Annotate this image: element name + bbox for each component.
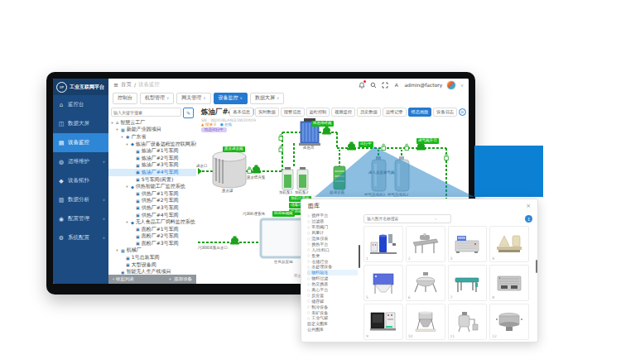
library-item-mixer-tank[interactable]: 11 xyxy=(448,304,488,340)
tree-node-workshop[interactable]: ▣面粉厂#3号车间 xyxy=(108,240,196,247)
tree-node-workshop[interactable]: ▣面粉厂#1号车间 xyxy=(108,226,196,233)
dosing-tank-1[interactable] xyxy=(282,167,293,189)
tab-gateway-mgmt[interactable]: 网关管理∨ xyxy=(176,93,210,104)
library-item-vent-unit[interactable]: 8 xyxy=(489,265,529,301)
library-item-steel-hopper[interactable]: 10 xyxy=(406,304,445,340)
search-icon[interactable] xyxy=(369,81,377,89)
edit-tree-button[interactable]: ✎ xyxy=(183,108,194,118)
pill-heat-loop-valve[interactable]: 换热循环阀 xyxy=(311,121,334,127)
tree-node-project[interactable]: ◉智能无人生产线项目 xyxy=(108,268,196,275)
category-item[interactable]: ○工业气罐 xyxy=(307,315,360,321)
library-item-round-sifter[interactable]: 12 xyxy=(489,304,529,340)
tree-node-project[interactable]: ▾▦新能产业园项目 xyxy=(108,127,196,134)
breadcrumb[interactable]: 首页 xyxy=(121,81,132,89)
tree-node-workshop-selected[interactable]: ▣炼油厂#4号车间 xyxy=(108,169,196,176)
air-compressor-2[interactable] xyxy=(395,156,409,191)
library-item-machine-screen[interactable]: 3 xyxy=(448,226,488,262)
tree-node-workshop[interactable]: ▣炼油厂#3号车间 xyxy=(108,162,196,170)
tab-data-screen[interactable]: 数据大屏∨ xyxy=(250,93,284,104)
pill-return-valve[interactable]: 回流电磁阀 xyxy=(272,211,295,217)
category-item[interactable]: ○过滤器 xyxy=(307,218,360,224)
library-search-input[interactable] xyxy=(363,214,451,223)
pump-raw-water[interactable] xyxy=(252,165,261,174)
category-item[interactable]: ○入/出料口 xyxy=(307,247,360,252)
category-item-selected[interactable]: ○物料输送 xyxy=(307,270,358,275)
dosing-tank-2[interactable] xyxy=(297,167,308,189)
category-item[interactable]: ○泵类 xyxy=(307,252,360,258)
category-item[interactable]: ○流体仪表 xyxy=(307,236,360,242)
tree-node-workshop[interactable]: ▣炼油厂#2号车间 xyxy=(108,155,196,162)
chevron-down-icon[interactable]: ∨ xyxy=(460,83,464,88)
user-email[interactable]: admin@factory xyxy=(404,82,442,88)
fullscreen-icon[interactable] xyxy=(381,81,388,89)
tab-device-monitor[interactable]: 设备监控∨ xyxy=(214,93,248,104)
category-item[interactable]: ○水处理设备 xyxy=(307,264,360,270)
custom-library-link[interactable]: 自定义图库 xyxy=(307,321,360,327)
tree-node-workshop[interactable]: ▣炼油厂#1号车间 xyxy=(108,147,196,155)
tree-node-workshop[interactable]: ▣1号总装车间 xyxy=(108,254,196,261)
tree-node-workshop[interactable]: ▣大型设备间 xyxy=(108,261,196,269)
category-item[interactable]: ○常用阀门 xyxy=(307,224,360,230)
library-item-hopper-feeder[interactable]: 5 xyxy=(363,265,403,301)
tree-node-workshop[interactable]: ▣面粉厂#2号车间 xyxy=(108,233,196,241)
pill-air-valve[interactable]: 进气阀开启 xyxy=(416,138,439,144)
sidebar-item-analytics[interactable]: ▥数据分析∨ xyxy=(53,190,108,209)
tree-footer: ‹ 收起列表 ＋ 添加设备 xyxy=(108,275,196,284)
sidebar-item-topology[interactable]: ◆设备拓扑 xyxy=(53,171,108,190)
language-icon[interactable]: A xyxy=(392,81,400,89)
pump-sludge-return[interactable] xyxy=(230,237,239,245)
tree-node-system[interactable]: ▾◆无人食品工厂饲料监控系统 xyxy=(108,218,196,226)
uf-water-tank[interactable] xyxy=(334,166,345,189)
sidebar-item-config[interactable]: ◉配置管理∨ xyxy=(53,209,108,228)
sidebar-item-bigscreen[interactable]: ◫数据大屏 xyxy=(53,114,108,133)
tab-console[interactable]: 控制台 xyxy=(113,93,137,104)
tree-node-factory[interactable]: ▾▦机械厂 xyxy=(108,247,196,255)
category-item[interactable]: ○制冷设备 xyxy=(307,304,360,309)
public-library-link[interactable]: 公共图库 xyxy=(307,327,360,333)
category-item[interactable]: ○换热平台 xyxy=(307,241,360,247)
library-item-conveyor[interactable]: 2 xyxy=(406,226,445,262)
category-item[interactable]: ○物料过滤 xyxy=(307,275,360,281)
tab-model-mgmt[interactable]: 机型管理∨ xyxy=(140,93,174,104)
tree-node-system[interactable]: ▾◆炼油厂设备远程监控联网系统 xyxy=(108,141,196,148)
sidebar-item-maintenance[interactable]: ◍运维维护∨ xyxy=(53,152,108,171)
tree-node-workshop[interactable]: ▣供热厂#4号车间 xyxy=(108,212,196,219)
collapse-list-button[interactable]: ‹ 收起列表 xyxy=(113,276,134,282)
upload-button[interactable]: ↥ xyxy=(525,215,532,223)
sidebar-item-device-monitor[interactable]: ▤设备监控 xyxy=(53,133,108,152)
tree-node-region[interactable]: ▾◉广东省 xyxy=(108,133,196,141)
library-item-separator[interactable]: 4 xyxy=(489,226,529,262)
tree-node-workshop[interactable]: ▣5号车间(闲置) xyxy=(108,176,196,184)
category-item[interactable]: ○风量计 xyxy=(307,230,360,236)
tree-node-system[interactable]: ▾◆供热智能工厂监控系统 xyxy=(108,183,196,190)
library-item-work-table[interactable]: 7 xyxy=(448,265,488,301)
raw-water-tank[interactable] xyxy=(213,151,246,188)
library-item-pump-skid[interactable]: 1 xyxy=(363,226,403,262)
tree-search-input[interactable] xyxy=(111,108,181,117)
category-item[interactable]: ○储存罐 xyxy=(307,298,360,304)
category-item[interactable]: ○反应釜 xyxy=(307,292,360,298)
tree-node-workshop[interactable]: ▣供热厂#3号车间 xyxy=(108,204,196,212)
category-item[interactable]: ○采矿设备 xyxy=(307,309,360,315)
pill-running[interactable]: 运行中 xyxy=(359,141,373,147)
bell-icon[interactable] xyxy=(358,81,365,89)
pump-circulation[interactable] xyxy=(347,142,356,151)
tree-node-workshop[interactable]: ▣供热厂#1号车间 xyxy=(108,190,196,198)
avatar[interactable] xyxy=(446,80,456,90)
library-item-kettle-mixer[interactable]: 6 xyxy=(406,265,445,301)
pill-inlet-valve[interactable]: 原水进水阀 xyxy=(223,146,245,152)
pump-heat-loop[interactable] xyxy=(322,127,331,135)
add-device-button[interactable]: ＋ 添加设备 xyxy=(168,276,192,282)
tree-node-root[interactable]: ▾⌂智慧云工厂 xyxy=(108,119,196,127)
category-item[interactable]: ○搅拌平台 xyxy=(307,213,360,218)
sidebar-item-system[interactable]: ⚙系统配置∨ xyxy=(53,228,108,247)
close-icon[interactable]: × xyxy=(526,203,531,209)
grid-scrollbar[interactable] xyxy=(536,260,537,273)
collapse-menu-icon[interactable]: ≡ xyxy=(113,82,118,89)
category-item[interactable]: ○离心平台 xyxy=(307,287,360,293)
sidebar-item-dashboard[interactable]: ⌂监控台 xyxy=(53,95,108,114)
tree-node-workshop[interactable]: ▣供热厂#2号车间 xyxy=(108,198,196,205)
library-item-ice-machine[interactable]: 9 xyxy=(363,304,403,340)
category-item[interactable]: ○热交换器 xyxy=(307,281,360,287)
category-item[interactable]: ○仓储行业 xyxy=(307,258,360,264)
